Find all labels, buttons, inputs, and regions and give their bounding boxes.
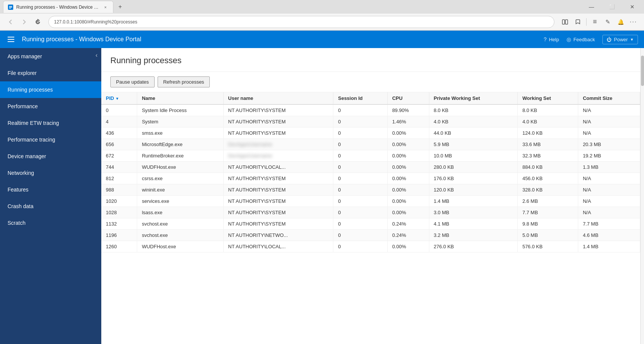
new-tab-button[interactable]: + bbox=[115, 2, 125, 12]
sidebar-item-apps-manager[interactable]: Apps manager bbox=[0, 48, 101, 65]
sidebar-item-file-explorer[interactable]: File explorer bbox=[0, 65, 101, 81]
refresh-processes-button[interactable]: Refresh processes bbox=[158, 76, 210, 87]
power-label: Power bbox=[614, 37, 628, 42]
help-icon: ? bbox=[544, 36, 547, 42]
table-row[interactable]: 1028lsass.exeNT AUTHORITY\SYSTEM00.00%3.… bbox=[101, 207, 640, 218]
power-button[interactable]: ⏻ Power ▼ bbox=[602, 35, 638, 44]
processes-table: PID ▼NameUser nameSession IdCPUPrivate W… bbox=[101, 92, 640, 252]
feedback-label: Feedback bbox=[573, 37, 595, 42]
app-title: Running processes - Windows Device Porta… bbox=[22, 36, 538, 43]
sidebar-item-realtime-etw[interactable]: Realtime ETW tracing bbox=[0, 115, 101, 131]
page-title: Running processes bbox=[101, 48, 640, 72]
table-row[interactable]: 1196svchost.exeNT AUTHORITY\NETWO...00.2… bbox=[101, 230, 640, 241]
maximize-button[interactable]: ⬜ bbox=[603, 2, 621, 12]
svg-rect-3 bbox=[9, 8, 11, 9]
sidebar: ‹ Apps managerFile explorerRunning proce… bbox=[0, 48, 101, 344]
svg-rect-4 bbox=[562, 20, 565, 24]
sidebar-item-performance[interactable]: Performance bbox=[0, 98, 101, 115]
feedback-icon: ◎ bbox=[567, 36, 571, 42]
table-header: PID ▼NameUser nameSession IdCPUPrivate W… bbox=[101, 92, 640, 104]
col-header-session-id[interactable]: Session Id bbox=[333, 92, 387, 104]
col-header-cpu[interactable]: CPU bbox=[387, 92, 429, 104]
power-chevron-icon: ▼ bbox=[630, 37, 634, 42]
feedback-button[interactable]: ◎ Feedback bbox=[567, 36, 595, 42]
main-layout: ‹ Apps managerFile explorerRunning proce… bbox=[0, 48, 644, 344]
sidebar-item-features[interactable]: Features bbox=[0, 181, 101, 198]
svg-rect-5 bbox=[565, 20, 568, 24]
app-header: Running processes - Windows Device Porta… bbox=[0, 31, 644, 48]
svg-rect-1 bbox=[9, 6, 12, 7]
browser-chrome: Running processes - Windows Device Porta… bbox=[0, 0, 644, 31]
col-header-user-name[interactable]: User name bbox=[223, 92, 333, 104]
hamburger-line-3 bbox=[8, 41, 14, 42]
col-header-name[interactable]: Name bbox=[137, 92, 223, 104]
processes-table-container[interactable]: PID ▼NameUser nameSession IdCPUPrivate W… bbox=[101, 92, 640, 344]
hamburger-line-2 bbox=[8, 39, 14, 40]
browser-controls: 127.0.0.1:10080/#Running%20processes ≡ ✎… bbox=[0, 14, 644, 30]
sidebar-item-performance-tracing[interactable]: Performance tracing bbox=[0, 131, 101, 148]
table-row[interactable]: 1132svchost.exeNT AUTHORITY\SYSTEM00.24%… bbox=[101, 218, 640, 230]
svg-rect-2 bbox=[9, 7, 12, 8]
power-icon: ⏻ bbox=[607, 37, 611, 42]
col-header-private-working-set[interactable]: Private Working Set bbox=[429, 92, 518, 104]
more-button[interactable]: ··· bbox=[627, 16, 639, 28]
table-row[interactable]: 744WUDFHost.exeNT AUTHORITY\LOCAL...00.0… bbox=[101, 162, 640, 173]
help-label: Help bbox=[549, 37, 559, 42]
sidebar-nav: Apps managerFile explorerRunning process… bbox=[0, 48, 101, 231]
tab-favicon bbox=[8, 5, 13, 10]
col-header-pid[interactable]: PID ▼ bbox=[101, 92, 137, 104]
col-header-working-set[interactable]: Working Set bbox=[518, 92, 578, 104]
table-body: 0System Idle ProcessNT AUTHORITY\SYSTEM0… bbox=[101, 104, 640, 252]
toolbar: Pause updates Refresh processes bbox=[101, 72, 640, 92]
hamburger-line-1 bbox=[8, 37, 14, 37]
bookmark-button[interactable] bbox=[572, 16, 584, 28]
table-row[interactable]: 1260WUDFHost.exeNT AUTHORITY\LOCAL...00.… bbox=[101, 241, 640, 252]
vertical-scrollbar[interactable] bbox=[640, 48, 644, 344]
address-bar[interactable]: 127.0.0.1:10080/#Running%20processes bbox=[48, 16, 554, 28]
address-text: 127.0.0.1:10080/#Running%20processes bbox=[54, 19, 137, 25]
sidebar-collapse-button[interactable]: ‹ bbox=[96, 52, 98, 59]
table-row[interactable]: 0System Idle ProcessNT AUTHORITY\SYSTEM0… bbox=[101, 104, 640, 116]
table-row[interactable]: 672RuntimeBroker.exeDevApps\Username00.0… bbox=[101, 150, 640, 162]
settings-button[interactable]: ≡ bbox=[589, 16, 601, 28]
table-row[interactable]: 4SystemNT AUTHORITY\SYSTEM01.46%4.0 KB4.… bbox=[101, 116, 640, 128]
close-window-button[interactable]: ✕ bbox=[624, 2, 641, 12]
sidebar-item-networking[interactable]: Networking bbox=[0, 165, 101, 181]
table-row[interactable]: 1020services.exeNT AUTHORITY\SYSTEM00.00… bbox=[101, 196, 640, 207]
help-button[interactable]: ? Help bbox=[544, 36, 559, 42]
forward-button[interactable] bbox=[18, 16, 30, 28]
tab-close-button[interactable]: × bbox=[102, 4, 108, 10]
minimize-button[interactable]: — bbox=[583, 2, 600, 12]
table-row[interactable]: 436smss.exeNT AUTHORITY\SYSTEM00.00%44.0… bbox=[101, 128, 640, 139]
refresh-button[interactable] bbox=[32, 16, 44, 28]
active-tab[interactable]: Running processes - Windows Device Porta… bbox=[3, 1, 113, 13]
content-area: Running processes Pause updates Refresh … bbox=[101, 48, 640, 344]
notifications-button[interactable]: 🔔 bbox=[615, 16, 627, 28]
extensions-button[interactable]: ✎ bbox=[602, 16, 614, 28]
back-button[interactable] bbox=[5, 16, 17, 28]
table-row[interactable]: 988wininit.exeNT AUTHORITY\SYSTEM00.00%1… bbox=[101, 184, 640, 196]
sidebar-item-crash-data[interactable]: Crash data bbox=[0, 198, 101, 215]
sidebar-item-device-manager[interactable]: Device manager bbox=[0, 148, 101, 165]
sidebar-item-scratch[interactable]: Scratch bbox=[0, 215, 101, 231]
reader-view-button[interactable] bbox=[559, 16, 571, 28]
col-header-commit-size[interactable]: Commit Size bbox=[578, 92, 640, 104]
tab-bar: Running processes - Windows Device Porta… bbox=[0, 0, 644, 14]
sidebar-item-running-processes[interactable]: Running processes bbox=[0, 81, 101, 98]
table-row[interactable]: 656MicrosoftEdge.exeDevApps\Username00.0… bbox=[101, 139, 640, 150]
pause-updates-button[interactable]: Pause updates bbox=[110, 76, 155, 87]
tab-title: Running processes - Windows Device Porta… bbox=[16, 5, 99, 10]
scrollbar-thumb[interactable] bbox=[641, 56, 644, 86]
hamburger-button[interactable] bbox=[6, 35, 16, 44]
table-row[interactable]: 812csrss.exeNT AUTHORITY\SYSTEM00.00%176… bbox=[101, 173, 640, 184]
header-actions: ? Help ◎ Feedback ⏻ Power ▼ bbox=[544, 35, 638, 44]
